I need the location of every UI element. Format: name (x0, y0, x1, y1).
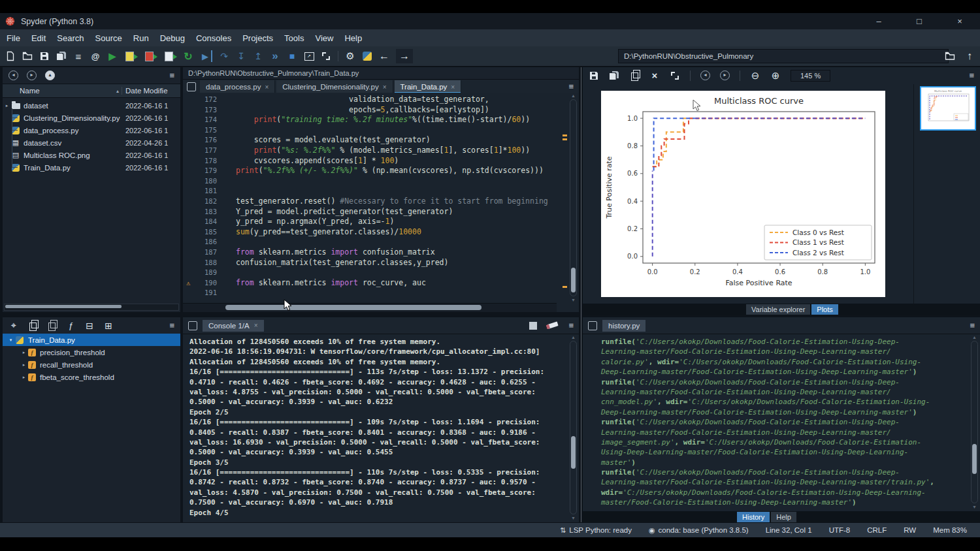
find-symbols-icon[interactable]: @ (90, 50, 101, 62)
stop-debug-icon[interactable]: ■ (287, 50, 297, 62)
previous-plot-icon[interactable]: ◂ (700, 71, 710, 80)
history-vscrollbar[interactable]: ▲ ▼ (970, 334, 979, 510)
tab-variable-explorer[interactable]: Variable explorer (746, 304, 810, 315)
close-button[interactable]: × (939, 13, 980, 29)
console-tab[interactable]: Console 1/A× (203, 320, 264, 332)
close-icon[interactable]: × (383, 84, 387, 91)
debug-file-icon[interactable]: ▶ (200, 50, 212, 62)
menu-source[interactable]: Source (95, 33, 122, 43)
editor-tab-train-data-py[interactable]: Train_Data.py× (395, 80, 462, 93)
copy-icon[interactable] (27, 320, 38, 332)
browse-directory-icon[interactable] (945, 50, 955, 62)
options-menu-icon[interactable]: ≡ (969, 71, 974, 80)
menu-debug[interactable]: Debug (160, 33, 185, 43)
maximize-pane-icon[interactable]: ↗ (304, 50, 314, 62)
options-menu-icon[interactable]: ≡ (568, 321, 574, 330)
expander-icon[interactable]: ▸ (3, 103, 11, 108)
clear-console-icon[interactable] (546, 321, 559, 329)
print-icon[interactable]: ≡ (73, 50, 84, 62)
console-output[interactable]: Allocation of 128450560 exceeds 10% of f… (183, 334, 568, 522)
menu-edit[interactable]: Edit (31, 33, 46, 43)
tab-help[interactable]: Help (771, 512, 796, 522)
parent-directory-icon[interactable]: ↑ (964, 50, 975, 62)
outline-item[interactable]: ▾Train_Data.py (3, 334, 180, 346)
close-icon[interactable]: × (451, 84, 455, 91)
menu-search[interactable]: Search (57, 33, 84, 43)
menu-tools[interactable]: Tools (284, 33, 304, 43)
rerun-file-icon[interactable]: ↻ (183, 50, 193, 62)
plot-thumbnail[interactable]: Multiclass ROC curve (920, 86, 976, 131)
parent-folder-icon[interactable]: ▴ (45, 71, 55, 80)
editor-tab-clustering-dimensionality-py[interactable]: Clustering_Dimensionality.py× (276, 80, 393, 93)
fullscreen-icon[interactable] (321, 50, 331, 62)
go-to-cursor-icon[interactable]: ⌖ (8, 320, 19, 332)
console-vscrollbar[interactable]: ▲ ▼ (568, 334, 578, 521)
copy-plot-icon[interactable] (629, 70, 640, 82)
browse-tabs-icon[interactable] (188, 321, 197, 330)
file-row[interactable]: ▦dataset.csv2022-04-26 1 (3, 136, 180, 149)
expander-icon[interactable]: ▸ (20, 350, 28, 355)
collapse-all-icon[interactable]: ⊟ (84, 320, 95, 332)
file-row[interactable]: Train_Data.py2022-06-16 1 (3, 161, 180, 174)
browse-tabs-icon[interactable] (588, 321, 597, 330)
editor-vscrollbar[interactable]: ▲ ▼ (568, 93, 578, 303)
step-into-icon[interactable]: ↧ (236, 50, 246, 62)
run-selection-icon[interactable] (163, 50, 174, 62)
remove-plot-icon[interactable]: × (649, 70, 660, 82)
options-menu-icon[interactable]: ≡ (970, 321, 975, 330)
column-date-modified[interactable]: Date Modifie (122, 87, 180, 95)
zoom-in-icon[interactable]: ⊕ (770, 70, 781, 82)
follow-cursor-icon[interactable]: ƒ (65, 320, 76, 332)
working-directory-input[interactable]: D:\PythonRUN\Obstructive_Pulmonary (618, 49, 949, 63)
forward-icon[interactable]: → (396, 49, 413, 63)
outline-item[interactable]: ▸frecall_threshold (3, 358, 180, 371)
close-icon[interactable]: × (254, 322, 258, 329)
save-all-icon[interactable] (56, 50, 67, 62)
run-file-icon[interactable]: ▶ (107, 50, 118, 62)
tab-plots[interactable]: Plots (811, 304, 838, 315)
file-row[interactable]: ▤Multiclass ROC.png2022-06-16 1 (3, 149, 180, 161)
file-list-header[interactable]: Name ▴ Date Modifie (3, 84, 180, 98)
outline-item[interactable]: ▸ffbeta_score_threshold (3, 371, 180, 383)
history-tab[interactable]: history.py (602, 320, 645, 332)
file-row[interactable]: data_process.py2022-06-16 1 (3, 124, 180, 136)
options-menu-icon[interactable]: ≡ (169, 321, 174, 330)
step-return-icon[interactable]: ↥ (253, 50, 263, 62)
back-icon[interactable]: ← (379, 50, 389, 62)
options-menu-icon[interactable]: ≡ (169, 71, 174, 80)
next-directory-icon[interactable]: ▸ (27, 71, 37, 80)
menu-file[interactable]: File (7, 33, 20, 43)
copy-all-icon[interactable] (46, 320, 57, 332)
continue-execution-icon[interactable]: » (270, 50, 280, 62)
file-list-hscrollbar[interactable] (4, 304, 179, 311)
close-icon[interactable]: × (265, 84, 269, 91)
file-row[interactable]: Clustering_Dimensionality.py2022-06-16 1 (3, 112, 180, 124)
history-output[interactable]: runfile('C:/Users/okokp/Downloads/Food-C… (583, 334, 970, 511)
maximize-button[interactable]: □ (899, 13, 939, 29)
save-plot-icon[interactable] (589, 70, 599, 82)
expander-icon[interactable]: ▾ (7, 338, 15, 343)
minimize-button[interactable]: – (858, 13, 899, 29)
pythonpath-icon[interactable] (362, 50, 372, 62)
run-cell-icon[interactable] (124, 50, 135, 62)
save-icon[interactable] (39, 50, 50, 62)
pane-splitter[interactable] (581, 67, 581, 522)
file-row[interactable]: ▸dataset2022-06-16 1 (3, 99, 180, 112)
interrupt-kernel-icon[interactable] (529, 322, 537, 330)
fit-plot-icon[interactable] (670, 70, 680, 82)
step-over-icon[interactable]: ↷ (219, 50, 229, 62)
expander-icon[interactable]: ▸ (20, 362, 28, 368)
menu-consoles[interactable]: Consoles (196, 33, 231, 43)
previous-directory-icon[interactable]: ◂ (8, 71, 18, 80)
preferences-gear-icon[interactable]: ⚙ (345, 50, 355, 62)
rerun-cell-icon[interactable] (144, 50, 154, 62)
menu-view[interactable]: View (315, 33, 333, 43)
zoom-out-icon[interactable]: ⊖ (750, 70, 760, 82)
menu-run[interactable]: Run (133, 33, 149, 43)
save-all-plots-icon[interactable] (609, 70, 619, 82)
options-menu-icon[interactable]: ≡ (568, 82, 574, 91)
column-name[interactable]: Name (20, 87, 40, 95)
menu-projects[interactable]: Projects (242, 33, 273, 43)
expander-icon[interactable]: ▸ (20, 375, 28, 380)
next-plot-icon[interactable]: ▸ (720, 71, 730, 80)
